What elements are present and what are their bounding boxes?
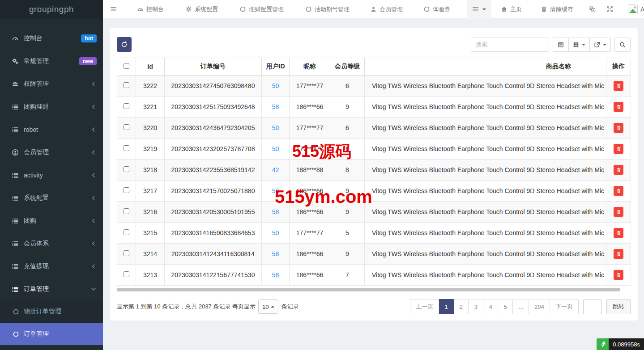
row-checkbox[interactable]: [124, 208, 129, 214]
delete-button[interactable]: [614, 81, 623, 91]
jump-button[interactable]: 跳转: [606, 299, 631, 314]
sidebar-item-5[interactable]: 会员管理: [0, 141, 103, 164]
nav-finance-config[interactable]: 理财配置管理: [233, 0, 290, 19]
page-size-dropdown[interactable]: 10: [258, 299, 278, 314]
cell-level: 8: [330, 160, 365, 181]
sidebar-item-0[interactable]: 控制台hot: [0, 27, 103, 50]
horizontal-scrollbar-thumb[interactable]: [117, 288, 620, 291]
trash-icon: [616, 230, 621, 236]
row-checkbox[interactable]: [124, 145, 129, 151]
user-id-link[interactable]: 50: [272, 82, 279, 89]
sidebar-item-9[interactable]: 会员体系: [0, 232, 103, 255]
jump-page-input[interactable]: [583, 299, 602, 314]
user-id-link[interactable]: 58: [272, 103, 279, 110]
delete-button[interactable]: [614, 249, 623, 259]
cell-nickname: 177****77: [290, 76, 330, 97]
delete-button[interactable]: [614, 228, 623, 238]
nav-clear-cache[interactable]: 清除缓存: [534, 0, 580, 19]
cell-actions: [606, 76, 631, 97]
sidebar-item-4[interactable]: robot: [0, 118, 103, 141]
user-id-link[interactable]: 58: [272, 187, 279, 194]
sidebar-item-10[interactable]: 充值提现: [0, 255, 103, 278]
cell-user-id: 50: [262, 118, 290, 139]
export-button[interactable]: [590, 38, 611, 52]
page-button-204[interactable]: 204: [529, 299, 550, 314]
page-button-下一页[interactable]: 下一页: [550, 299, 579, 314]
row-checkbox[interactable]: [124, 82, 129, 88]
page-button-3[interactable]: 3: [469, 299, 483, 314]
cell-id: 3219: [136, 139, 165, 160]
delete-button[interactable]: [614, 270, 623, 280]
cell-level: 9: [330, 244, 365, 265]
page-button-上一页[interactable]: 上一页: [410, 299, 439, 314]
user-id-link[interactable]: 42: [272, 166, 279, 173]
sidebar-item-6[interactable]: activity: [0, 164, 103, 186]
thinkphp-flame-icon[interactable]: [597, 338, 609, 350]
search-button[interactable]: [614, 38, 631, 52]
sidebar-subitem-0[interactable]: 物流订单管理: [0, 300, 103, 323]
select-all-checkbox[interactable]: [124, 63, 129, 69]
user-id-link[interactable]: 58: [272, 250, 279, 257]
row-checkbox[interactable]: [124, 124, 129, 130]
nav-home[interactable]: 主页: [494, 0, 529, 19]
nav-console[interactable]: 控制台: [130, 0, 171, 19]
nav-menu-dropdown[interactable]: [467, 0, 491, 19]
row-checkbox[interactable]: [124, 250, 129, 256]
row-checkbox[interactable]: [124, 187, 129, 193]
chevron-left-icon: [90, 172, 97, 178]
nav-admin-account[interactable]: Admin: [621, 0, 644, 19]
nav-member-mgmt[interactable]: 会员管理: [363, 0, 409, 19]
nav-activity-period-label: 活动期号管理: [315, 5, 350, 13]
nav-voucher[interactable]: 体验券: [417, 0, 457, 19]
table-row: 321320230303141221567774153058186****667…: [117, 265, 631, 286]
user-id-link[interactable]: 50: [272, 145, 279, 152]
refresh-button[interactable]: [117, 37, 132, 52]
nav-system-config[interactable]: 系统配置: [179, 0, 225, 19]
delete-button[interactable]: [614, 165, 623, 175]
columns-grid-icon: [573, 42, 579, 48]
sidebar-item-2[interactable]: 权限管理: [0, 72, 103, 95]
sidebar-item-3[interactable]: 团购理财: [0, 95, 103, 118]
sidebar-item-1[interactable]: 常规管理new: [0, 50, 103, 72]
cell-product: Vitog TWS Wireless Bluetooth Earphone To…: [365, 139, 606, 160]
delete-button[interactable]: [614, 123, 623, 133]
columns-button[interactable]: [569, 38, 590, 52]
user-id-link[interactable]: 50: [272, 229, 279, 236]
detail-view-button[interactable]: [553, 38, 569, 52]
circle-icon: [13, 308, 19, 315]
table-row: 322120230303142517509349264858186****669…: [117, 97, 631, 118]
user-id-link[interactable]: 58: [272, 271, 279, 278]
delete-button[interactable]: [614, 102, 623, 112]
page-button-4[interactable]: 4: [483, 299, 498, 314]
row-checkbox[interactable]: [124, 103, 129, 109]
sidebar-item-8[interactable]: 团购: [0, 209, 103, 232]
nav-translate-button[interactable]: [584, 0, 601, 19]
sidebar-toggle-button[interactable]: [103, 0, 122, 19]
row-checkbox[interactable]: [124, 229, 129, 235]
page-button-2[interactable]: 2: [454, 299, 469, 314]
page-button-1[interactable]: 1: [439, 299, 454, 314]
delete-button[interactable]: [614, 144, 623, 154]
delete-button[interactable]: [614, 186, 623, 196]
user-id-link[interactable]: 58: [272, 208, 279, 215]
row-checkbox[interactable]: [124, 271, 129, 277]
sidebar-item-11[interactable]: 订单管理: [0, 278, 103, 300]
nav-fullscreen-button[interactable]: [601, 0, 618, 19]
table-header-row: Id订单编号用户ID昵称会员等级商品名称操作: [117, 58, 631, 76]
trash-icon: [616, 167, 621, 173]
sidebar-item-label: 权限管理: [24, 80, 90, 88]
user-id-link[interactable]: 50: [272, 124, 279, 131]
nav-activity-period[interactable]: 活动期号管理: [299, 0, 356, 19]
cell-product: Vitog TWS Wireless Bluetooth Earphone To…: [365, 223, 606, 244]
nav-console-label: 控制台: [146, 5, 164, 13]
page-ellipsis: ...: [513, 299, 529, 314]
sidebar-item-7[interactable]: 系统配置: [0, 186, 103, 209]
pagination-info-prefix: 显示第 1 到第 10 条记录，总共 2037 条记录 每页显示: [117, 303, 256, 311]
search-input[interactable]: [471, 38, 549, 52]
sidebar-subitem-1[interactable]: 订单管理: [0, 323, 103, 345]
delete-button[interactable]: [614, 207, 623, 217]
row-checkbox[interactable]: [124, 166, 129, 172]
exec-time-chip: 0.089958s: [597, 338, 644, 350]
page-button-5[interactable]: 5: [498, 299, 513, 314]
cell-id: 3216: [136, 202, 165, 223]
